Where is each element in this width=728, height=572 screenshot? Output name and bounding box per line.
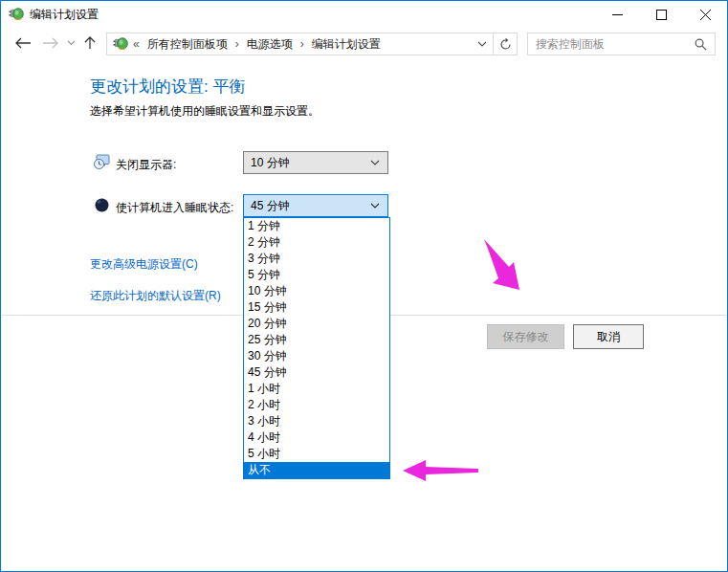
annotation-arrow-diagonal <box>481 237 525 295</box>
restore-default-settings-link[interactable]: 还原此计划的默认设置(R) <box>90 288 221 304</box>
dropdown-option[interactable]: 1 小时 <box>244 381 389 397</box>
dropdown-option[interactable]: 1 分钟 <box>244 218 389 234</box>
power-options-icon <box>113 36 128 52</box>
sleep-moon-icon <box>94 197 110 213</box>
search-input[interactable] <box>528 33 695 55</box>
dropdown-option[interactable]: 5 分钟 <box>244 267 389 283</box>
save-changes-button[interactable]: 保存修改 <box>487 324 564 349</box>
up-arrow-icon <box>84 36 96 50</box>
maximize-button[interactable] <box>639 1 683 28</box>
breadcrumb-overflow[interactable]: « <box>133 37 140 51</box>
dropdown-option[interactable]: 5 小时 <box>244 446 389 462</box>
dropdown-option[interactable]: 20 分钟 <box>244 316 389 332</box>
close-button[interactable] <box>683 1 727 28</box>
chevron-down-icon <box>370 160 380 165</box>
chevron-down-icon <box>67 40 76 46</box>
chevron-down-icon <box>370 203 380 209</box>
dropdown-option[interactable]: 4 小时 <box>244 429 389 446</box>
dropdown-option[interactable]: 30 分钟 <box>244 348 389 364</box>
sleep-value: 45 分钟 <box>251 198 370 214</box>
breadcrumb-all-control-panel-items[interactable]: 所有控制面板项 <box>147 36 228 53</box>
forward-arrow-icon <box>42 37 59 49</box>
refresh-button[interactable] <box>493 33 517 55</box>
dropdown-option[interactable]: 15 分钟 <box>244 299 389 316</box>
navigation-bar: « 所有控制面板项 › 电源选项 › 编辑计划设置 <box>1 28 727 58</box>
dropdown-option[interactable]: 10 分钟 <box>244 283 389 299</box>
dropdown-option[interactable]: 2 分钟 <box>244 234 389 251</box>
turn-off-display-label: 关闭显示器: <box>116 157 176 173</box>
breadcrumb: « 所有控制面板项 › 电源选项 › 编辑计划设置 <box>133 36 381 53</box>
address-history-dropdown[interactable] <box>472 41 493 47</box>
edit-plan-settings-window: 编辑计划设置 <box>0 0 728 572</box>
dropdown-option[interactable]: 3 分钟 <box>244 251 389 267</box>
turn-off-display-value: 10 分钟 <box>251 155 370 171</box>
search-box <box>527 33 716 55</box>
display-clock-icon <box>94 154 110 170</box>
power-plan-app-icon <box>9 7 24 22</box>
change-advanced-power-settings-link[interactable]: 更改高级电源设置(C) <box>90 256 198 273</box>
dropdown-option[interactable]: 45 分钟 <box>244 364 389 381</box>
breadcrumb-power-options[interactable]: 电源选项 <box>247 36 293 53</box>
refresh-icon <box>499 38 512 51</box>
breadcrumb-separator: › <box>300 37 304 51</box>
search-icon[interactable] <box>695 38 707 51</box>
dropdown-option[interactable]: 25 分钟 <box>244 332 389 348</box>
forward-button[interactable] <box>39 32 62 55</box>
breadcrumb-separator: › <box>235 37 239 51</box>
back-button[interactable] <box>11 32 35 55</box>
address-bar[interactable]: « 所有控制面板项 › 电源选项 › 编辑计划设置 <box>106 33 518 55</box>
dropdown-option-never[interactable]: 从不 <box>244 462 389 478</box>
chevron-down-icon <box>477 41 487 47</box>
annotation-arrow-left <box>400 457 480 484</box>
sleep-dropdown-list: 1 分钟 2 分钟 3 分钟 5 分钟 10 分钟 15 分钟 20 分钟 25… <box>243 217 390 479</box>
turn-off-display-select[interactable]: 10 分钟 <box>243 151 388 174</box>
page-title: 更改计划的设置: 平衡 <box>90 76 245 98</box>
minimize-button[interactable] <box>595 1 639 28</box>
dropdown-option[interactable]: 3 小时 <box>244 413 389 429</box>
recent-pages-dropdown[interactable] <box>64 32 77 55</box>
titlebar: 编辑计划设置 <box>1 1 727 28</box>
minimize-icon <box>612 10 623 20</box>
up-button[interactable] <box>79 32 100 55</box>
close-icon <box>700 10 711 20</box>
cancel-button[interactable]: 取消 <box>573 324 644 349</box>
back-arrow-icon <box>14 37 32 49</box>
page-subtitle: 选择希望计算机使用的睡眠设置和显示设置。 <box>90 103 320 120</box>
window-title: 编辑计划设置 <box>30 1 99 28</box>
breadcrumb-edit-plan-settings[interactable]: 编辑计划设置 <box>312 36 381 53</box>
sleep-select[interactable]: 45 分钟 <box>243 194 388 217</box>
dropdown-option[interactable]: 2 小时 <box>244 397 389 413</box>
sleep-label: 使计算机进入睡眠状态: <box>116 200 233 216</box>
maximize-icon <box>656 10 667 20</box>
